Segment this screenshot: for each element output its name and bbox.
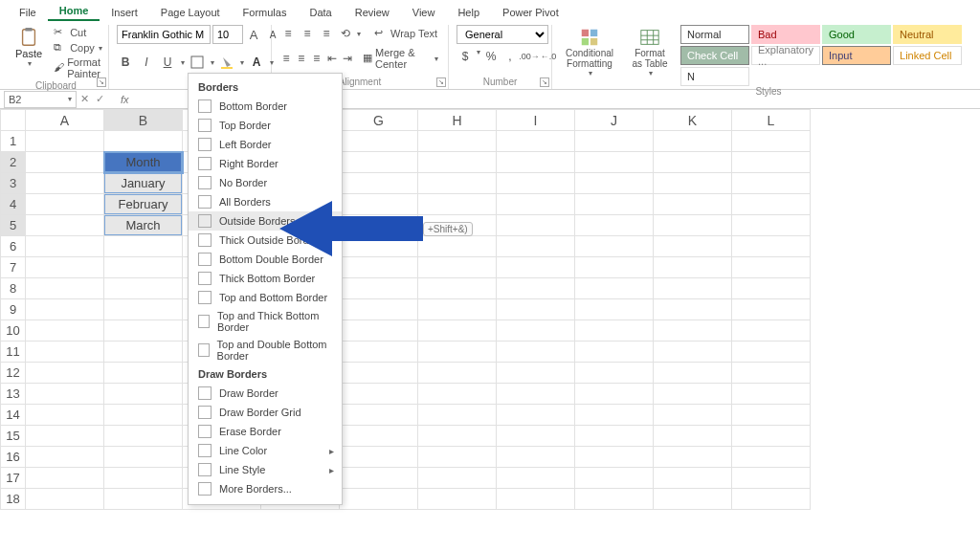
- cell-G10[interactable]: [340, 320, 418, 342]
- cell-G12[interactable]: [340, 363, 418, 384]
- cell-A14[interactable]: [26, 405, 104, 426]
- cell-L7[interactable]: [732, 257, 811, 278]
- cell-H4[interactable]: [418, 194, 497, 215]
- name-box[interactable]: B2▾: [4, 91, 77, 108]
- cell-B2[interactable]: Month: [104, 152, 183, 173]
- col-header-G[interactable]: G: [340, 110, 418, 131]
- cell-A8[interactable]: [26, 278, 104, 299]
- cell-H11[interactable]: [418, 342, 497, 363]
- cell-J16[interactable]: [575, 447, 654, 468]
- align-left-button[interactable]: ≡: [279, 50, 293, 67]
- cell-I18[interactable]: [497, 489, 575, 510]
- row-header-9[interactable]: 9: [1, 299, 26, 320]
- enter-formula-button[interactable]: ✓: [92, 93, 107, 105]
- row-header-14[interactable]: 14: [1, 405, 26, 426]
- cell-I11[interactable]: [497, 342, 575, 363]
- align-center-button[interactable]: ≡: [295, 50, 308, 67]
- cell-L9[interactable]: [732, 299, 811, 320]
- cell-H12[interactable]: [418, 363, 497, 384]
- cell-J1[interactable]: [575, 131, 654, 152]
- cell-I5[interactable]: [497, 215, 575, 236]
- row-header-13[interactable]: 13: [1, 384, 26, 405]
- cell-H16[interactable]: [418, 447, 497, 468]
- cell-A5[interactable]: [26, 215, 104, 236]
- tab-power-pivot[interactable]: Power Pivot: [491, 4, 570, 21]
- row-header-16[interactable]: 16: [1, 447, 26, 468]
- row-header-10[interactable]: 10: [1, 320, 26, 342]
- cell-I7[interactable]: [497, 257, 575, 278]
- cell-B8[interactable]: [104, 278, 183, 299]
- tab-page-layout[interactable]: Page Layout: [149, 4, 232, 21]
- cell-H1[interactable]: [418, 131, 497, 152]
- cell-L5[interactable]: [732, 215, 811, 236]
- cell-A18[interactable]: [26, 489, 104, 510]
- cell-B16[interactable]: [104, 447, 183, 468]
- style-neutral[interactable]: Neutral: [893, 25, 962, 44]
- cell-J9[interactable]: [575, 299, 654, 320]
- comma-format-button[interactable]: ,: [501, 48, 519, 65]
- row-header-11[interactable]: 11: [1, 342, 26, 363]
- border-option-no-border[interactable]: No Border: [189, 173, 342, 192]
- cell-K18[interactable]: [654, 489, 732, 510]
- cell-G2[interactable]: [340, 152, 418, 173]
- select-all-corner[interactable]: [1, 110, 26, 131]
- cell-L11[interactable]: [732, 342, 811, 363]
- increase-font-button[interactable]: A: [245, 26, 262, 43]
- fx-icon[interactable]: fx: [121, 94, 129, 105]
- font-name-combo[interactable]: [117, 25, 211, 44]
- style-explanatory-[interactable]: Explanatory ...: [751, 46, 820, 65]
- cell-L1[interactable]: [732, 131, 811, 152]
- border-option-left-border[interactable]: Left Border: [189, 135, 342, 154]
- cell-G16[interactable]: [340, 447, 418, 468]
- tab-review[interactable]: Review: [344, 4, 401, 21]
- cell-G5[interactable]: [340, 215, 418, 236]
- cell-B3[interactable]: January: [104, 173, 183, 194]
- cell-K11[interactable]: [654, 342, 732, 363]
- cell-K12[interactable]: [654, 363, 732, 384]
- cell-I6[interactable]: [497, 236, 575, 257]
- cell-B6[interactable]: [104, 236, 183, 257]
- style-check-cell[interactable]: Check Cell: [680, 46, 749, 65]
- cell-L2[interactable]: [732, 152, 811, 173]
- cell-L6[interactable]: [732, 236, 811, 257]
- decrease-indent-button[interactable]: ⇤: [325, 50, 339, 67]
- border-option-top-and-bottom-border[interactable]: Top and Bottom Border: [189, 288, 342, 307]
- cell-G13[interactable]: [340, 384, 418, 405]
- number-dialog-launcher[interactable]: ↘: [540, 77, 549, 87]
- style-normal[interactable]: Normal: [680, 25, 749, 44]
- cell-L18[interactable]: [732, 489, 811, 510]
- cell-K3[interactable]: [654, 173, 732, 194]
- cell-J4[interactable]: [575, 194, 654, 215]
- border-option-top-and-thick-bottom-border[interactable]: Top and Thick Bottom Border: [189, 307, 342, 336]
- cell-H2[interactable]: [418, 152, 497, 173]
- style-input[interactable]: Input: [822, 46, 891, 65]
- border-option-bottom-border[interactable]: Bottom Border: [189, 97, 342, 116]
- cell-B13[interactable]: [104, 384, 183, 405]
- cell-H8[interactable]: [418, 278, 497, 299]
- cell-K14[interactable]: [654, 405, 732, 426]
- cell-J13[interactable]: [575, 384, 654, 405]
- cell-K16[interactable]: [654, 447, 732, 468]
- cell-L14[interactable]: [732, 405, 811, 426]
- font-color-button[interactable]: A: [248, 54, 265, 71]
- tab-insert[interactable]: Insert: [100, 4, 149, 21]
- row-header-5[interactable]: 5: [1, 215, 26, 236]
- cell-J6[interactable]: [575, 236, 654, 257]
- percent-format-button[interactable]: %: [482, 48, 500, 65]
- cell-L13[interactable]: [732, 384, 811, 405]
- row-header-1[interactable]: 1: [1, 131, 26, 152]
- tab-home[interactable]: Home: [48, 2, 100, 21]
- conditional-formatting-button[interactable]: Conditional Formatting▾: [560, 25, 619, 79]
- cell-H3[interactable]: [418, 173, 497, 194]
- style-n[interactable]: N: [680, 67, 749, 86]
- tab-view[interactable]: View: [401, 4, 447, 21]
- number-format-combo[interactable]: General: [457, 25, 548, 44]
- cell-G4[interactable]: [340, 194, 418, 215]
- cell-K15[interactable]: [654, 426, 732, 447]
- col-header-J[interactable]: J: [575, 110, 654, 131]
- copy-button[interactable]: ⧉ Copy▾: [52, 40, 105, 55]
- cell-B10[interactable]: [104, 320, 183, 342]
- cell-G1[interactable]: [340, 131, 418, 152]
- cell-K4[interactable]: [654, 194, 732, 215]
- cell-J18[interactable]: [575, 489, 654, 510]
